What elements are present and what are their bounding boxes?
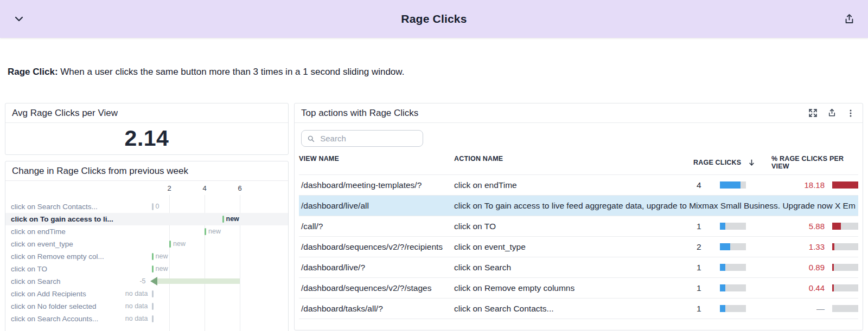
column-header-pct-rage-clicks[interactable]: % RAGE CLICKS PER VIEW (765, 155, 858, 170)
table-row[interactable]: /dashboard/live/?click on Search10.89 (299, 257, 858, 278)
table-row[interactable]: /dashboard/live/allclick on To gain acce… (299, 196, 858, 216)
collapse-button[interactable] (12, 12, 26, 26)
chart-value-marker (152, 303, 154, 310)
definition-term: Rage Click: (8, 67, 58, 77)
chart-row[interactable]: click on Search Contacts...0 (5, 200, 288, 213)
table-row[interactable]: /call/?click on TO15.88 (299, 216, 858, 237)
table-body: /dashboard/meeting-templates/?click on e… (299, 174, 858, 319)
top-actions-card: Top actions with Rage Clicks VIEW NAME (294, 103, 863, 330)
rage-clicks-bar-track (720, 243, 746, 250)
chart-row[interactable]: click on No folder selectedno data (5, 300, 288, 313)
table-header-row: VIEW NAME ACTION NAME RAGE CLICKS % RAGE… (295, 147, 863, 174)
chart-value-marker (205, 228, 206, 235)
rage-clicks-count: 1 (689, 263, 717, 272)
view-name-cell: /dashboard/tasks/all/? (299, 304, 454, 314)
left-column: Avg Rage Clicks per View 2.14 Change in … (5, 103, 289, 331)
action-name-cell: click on TO (454, 222, 689, 231)
rage-clicks-bar-track (720, 284, 746, 291)
pct-bar-fill (832, 243, 834, 250)
pct-rage-clicks-value: 0.44 (771, 283, 828, 293)
chart-row-label: click on Search Accounts... (5, 315, 98, 323)
pct-bar-fill (832, 181, 858, 189)
table-row[interactable]: /dashboard/meeting-templates/?click on e… (299, 175, 858, 196)
pct-bar-cell (828, 305, 858, 312)
rage-clicks-bar-cell (717, 181, 771, 189)
pct-bar-track (832, 305, 858, 312)
avg-card-title: Avg Rage Clicks per View (5, 103, 288, 122)
chart-row-label: click on Search Contacts... (5, 203, 98, 211)
pct-rage-clicks-value: 5.88 (771, 222, 828, 231)
view-name-cell: /dashboard/meeting-templates/? (299, 180, 454, 190)
pct-bar-cell (828, 264, 858, 271)
table-card-header: Top actions with Rage Clicks (295, 103, 863, 122)
panel-header: Rage Clicks (0, 0, 868, 38)
pct-bar-cell (828, 284, 858, 291)
chevron-down-icon (13, 13, 25, 25)
pct-bar-track (832, 264, 858, 271)
card-divider (295, 122, 863, 123)
export-table-button[interactable] (826, 107, 838, 119)
x-axis-tick-label: 2 (167, 184, 171, 192)
table-row[interactable]: /dashboard/sequences/v2/?/recipientsclic… (299, 237, 858, 257)
column-header-rage-clicks[interactable]: RAGE CLICKS (682, 155, 765, 170)
rage-clicks-bar-fill (720, 264, 725, 271)
search-box[interactable] (301, 130, 423, 147)
export-icon (844, 14, 855, 25)
chart-value-marker (152, 265, 154, 272)
action-name-cell: click on Search (454, 263, 689, 272)
expand-button[interactable] (807, 107, 819, 119)
decrease-arrow-head (150, 277, 157, 285)
rage-clicks-count: 2 (689, 242, 717, 252)
chart-row[interactable]: click on endTimenew (5, 225, 288, 238)
action-name-cell: click on Search Contacts... (454, 304, 689, 314)
chart-row-annotation: no data (125, 302, 148, 310)
kebab-menu-icon (846, 109, 855, 118)
rage-clicks-bar-track (720, 223, 746, 230)
export-button[interactable] (843, 12, 856, 26)
definition-text: When a user clicks the same button more … (58, 67, 405, 77)
x-axis-tick-label: 4 (202, 184, 206, 192)
decrease-arrow-bar (157, 278, 240, 284)
chart-row[interactable]: click on Search-5 (5, 275, 288, 288)
chart-value-marker (152, 315, 154, 322)
rage-clicks-bar-fill (720, 243, 730, 250)
rage-clicks-bar-track (720, 181, 746, 189)
chart-row[interactable]: click on Search Accounts...no data (5, 313, 288, 325)
search-input[interactable] (319, 133, 417, 144)
rage-clicks-count: 1 (689, 222, 717, 231)
action-name-cell: click on To gain access to live feed agg… (454, 201, 858, 211)
column-header-view-name[interactable]: VIEW NAME (299, 155, 454, 170)
chart-row-annotation: new (208, 228, 221, 235)
view-name-cell: /dashboard/live/all (299, 201, 454, 211)
rage-clicks-count: 1 (689, 283, 717, 293)
chart-row-label: click on Add Recipients (5, 290, 86, 298)
chart-row-annotation: new (156, 252, 168, 260)
change-chart-rows: click on Search Contacts...0click on To … (5, 200, 288, 325)
pct-bar-cell (828, 243, 858, 250)
chart-row[interactable]: click on TOnew (5, 263, 288, 275)
view-name-cell: /call/? (299, 222, 454, 231)
chart-row[interactable]: click on Remove empty col...new (5, 250, 288, 263)
action-name-cell: click on Remove empty columns (454, 283, 689, 293)
more-options-button[interactable] (845, 108, 856, 119)
pct-bar-track (832, 243, 858, 250)
chart-row[interactable]: click on Add Recipientsno data (5, 288, 288, 300)
rage-clicks-bar-fill (720, 305, 725, 312)
search-icon (307, 134, 315, 143)
pct-bar-track (832, 181, 858, 189)
chart-value-marker (222, 216, 224, 223)
chart-row[interactable]: click on To gain access to li...new (5, 213, 288, 225)
chart-row-label: click on Remove empty col... (5, 252, 104, 261)
chart-row[interactable]: click on event_typenew (5, 238, 288, 250)
column-header-action-name[interactable]: ACTION NAME (454, 155, 682, 170)
expand-icon (808, 108, 818, 118)
chart-row-label: click on event_type (5, 240, 73, 248)
action-name-cell: click on event_type (454, 242, 689, 252)
pct-bar-fill (832, 284, 834, 291)
chart-value-marker (152, 203, 154, 210)
action-name-cell: click on endTime (454, 180, 689, 190)
table-row[interactable]: /dashboard/tasks/all/?click on Search Co… (299, 298, 858, 319)
avg-rage-clicks-card: Avg Rage Clicks per View 2.14 (5, 103, 289, 155)
table-row[interactable]: /dashboard/sequences/v2/?/stagesclick on… (299, 278, 858, 298)
sort-descending-icon[interactable] (748, 159, 756, 167)
